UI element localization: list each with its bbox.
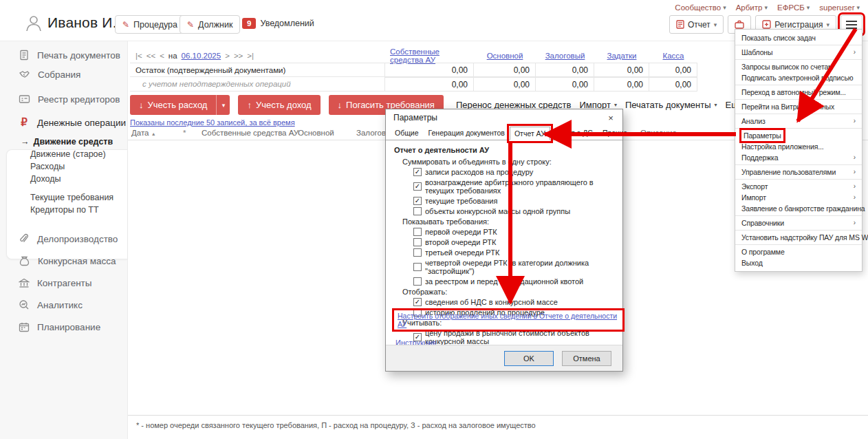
menu-item-exit[interactable]: Выход <box>735 257 862 268</box>
checkbox-unchecked[interactable] <box>413 248 422 257</box>
arbitr-link[interactable]: Арбитр▾ <box>736 3 768 12</box>
procedure-button[interactable]: ✎ Процедура <box>115 15 185 34</box>
checkbox-unchecked[interactable] <box>413 238 422 246</box>
report-button[interactable]: Отчет ▾ <box>669 15 724 34</box>
nav-prev10-button[interactable]: << <box>147 52 155 60</box>
efrsb-link[interactable]: ЕФРСБ▾ <box>777 3 810 12</box>
grid-column-main[interactable]: Основной <box>298 129 334 137</box>
nav-last-button[interactable]: >| <box>247 52 254 60</box>
checkbox-checked[interactable]: ✓ <box>413 168 422 176</box>
column-link-deposits[interactable]: Задатки <box>607 52 637 60</box>
sidebar-subitem-creditors-tt[interactable]: Кредиторы по ТТ <box>0 204 127 216</box>
nav-first-button[interactable]: |< <box>135 52 142 60</box>
checkbox-checked[interactable]: ✓ <box>413 197 422 205</box>
tab-ds-report[interactable]: Отчет о ДС <box>550 126 598 140</box>
menu-item-install-word-addin[interactable]: Установить надстройку ПАУ для MS Word <box>735 232 862 243</box>
menu-item-templates[interactable]: Шаблоны› <box>735 47 862 58</box>
menu-item-about[interactable]: О программе <box>735 246 862 257</box>
add-income-button[interactable]: ↑ Учесть доход <box>238 95 320 115</box>
user-icon <box>25 14 43 32</box>
sidebar-item-recordkeeping[interactable]: Делопроизводство <box>0 231 127 247</box>
menu-item-offline-mode[interactable]: Переход в автономный режим... <box>735 87 862 98</box>
sidebar-subitem-current-claims[interactable]: Текущие требования <box>0 191 127 204</box>
checkbox-unchecked[interactable] <box>413 263 422 271</box>
sidebar-item-counterparties[interactable]: Контрагенты <box>0 275 127 291</box>
submenu-arrow-icon: › <box>854 217 856 228</box>
grid-column-date[interactable]: Дата ▲ <box>131 129 156 137</box>
sidebar-item-bankruptcy-estate[interactable]: Конкурсная масса <box>0 253 127 269</box>
records-filter-link[interactable]: Показаны последние 50 записей, за всё вр… <box>130 118 295 127</box>
add-expense-button[interactable]: ↓ Учесть расход <box>130 95 216 115</box>
tab-general[interactable]: Общие <box>390 126 424 140</box>
notifications-button[interactable]: 9 Уведомлений <box>242 18 314 29</box>
menu-item-analysis[interactable]: Анализ› <box>735 116 862 127</box>
menu-item-export[interactable]: Экспорт› <box>735 181 862 192</box>
menu-separator <box>735 85 862 85</box>
checkbox-unchecked[interactable] <box>413 228 422 236</box>
close-icon[interactable]: × <box>599 109 622 126</box>
checkbox-checked[interactable]: ✓ <box>413 182 422 191</box>
sidebar-item-meetings[interactable]: Собрания <box>0 66 127 83</box>
chevron-down-icon: ▾ <box>222 102 226 109</box>
superuser-link[interactable]: superuser▾ <box>819 3 860 12</box>
menu-item-citizen-bankruptcy[interactable]: Заявление о банкротстве гражданина <box>735 203 862 214</box>
menu-item-import[interactable]: Импорт› <box>735 192 862 203</box>
cancel-button[interactable]: Отмена <box>562 351 611 366</box>
sidebar-subitem-movement-old[interactable]: Движение (старое) <box>0 148 127 160</box>
menu-item-app-settings[interactable]: Настройка приложения... <box>735 141 862 152</box>
checkbox-row: первой очереди РТК <box>413 228 614 236</box>
checkbox-checked[interactable]: ✓ <box>413 298 422 306</box>
menu-item-user-management[interactable]: Управление пользователями› <box>735 167 862 178</box>
checkbox-row: за реестром и перед ликвидационной квото… <box>413 277 614 286</box>
column-link-main[interactable]: Основной <box>487 52 523 60</box>
menu-separator <box>735 45 862 45</box>
print-documents-button[interactable]: Печатать документы▾ <box>625 100 717 110</box>
menu-item-parameters[interactable]: Параметры <box>735 130 862 141</box>
sidebar-item-planning[interactable]: Планирование <box>0 319 127 335</box>
menu-item-data-showcase[interactable]: Перейти на Витрину данных <box>735 101 862 112</box>
sidebar-subitem-expenses[interactable]: Расходы <box>0 160 127 173</box>
sidebar-subitem-funds-movement[interactable]: → Движение средств <box>0 136 127 148</box>
menu-separator <box>735 179 862 180</box>
column-link-pledge[interactable]: Залоговый <box>545 52 585 60</box>
grid-column-star[interactable]: * <box>183 129 186 137</box>
group-label: Отображать: <box>402 288 614 296</box>
menu-separator <box>735 114 862 114</box>
checkbox-unchecked[interactable] <box>413 277 422 286</box>
grid-column-own-funds[interactable]: Собственные средства АУ <box>202 129 299 137</box>
grid-column-description[interactable]: Описание <box>640 129 677 137</box>
column-link-cash[interactable]: Касса <box>663 52 684 60</box>
tab-other[interactable]: Прочие <box>598 126 632 140</box>
sidebar-item-print-documents[interactable]: Печать документов <box>0 47 127 63</box>
checkbox-row: ✓вознаграждение арбитражного управляющег… <box>413 178 614 195</box>
sidebar-item-analytics[interactable]: Аналитикс <box>0 297 127 313</box>
checkbox-label: текущие требования <box>425 197 497 205</box>
configure-other-info-link[interactable]: Настроить отображение иных сведений в От… <box>398 312 617 328</box>
tab-document-generation[interactable]: Генерация документов <box>424 126 510 140</box>
account-links: Сообщество▾ Арбитр▾ ЕФРСБ▾ superuser▾ <box>675 3 860 12</box>
sidebar-subitem-incomes[interactable]: Доходы <box>0 173 127 185</box>
sidebar-item-money-operations[interactable]: ₽ Денежные операции <box>0 114 127 131</box>
chevron-down-icon: ▾ <box>807 4 810 11</box>
nav-next-button[interactable]: > <box>225 52 230 60</box>
add-expense-dropdown[interactable]: ▾ <box>216 95 230 115</box>
debtor-button[interactable]: ✎ Должник <box>180 15 240 34</box>
ok-button[interactable]: OK <box>504 351 554 366</box>
menu-item-task-list[interactable]: Показать список задач <box>735 32 862 43</box>
menu-item-sign-electronically[interactable]: Подписать электронной подписью <box>735 72 862 83</box>
menu-item-statement-requests[interactable]: Запросы выписок по счетам <box>735 61 862 72</box>
column-link-own-funds[interactable]: Собственные средства АУ <box>390 47 468 64</box>
community-link[interactable]: Сообщество▾ <box>675 3 726 12</box>
nav-prev-button[interactable]: < <box>160 52 164 60</box>
nav-next10-button[interactable]: >> <box>234 52 243 60</box>
menu-item-support[interactable]: Поддержка› <box>735 152 862 163</box>
checkbox-row: второй очереди РТК <box>413 238 614 246</box>
sidebar-item-creditors-registry[interactable]: Реестр кредиторов <box>0 91 127 107</box>
nav-date-link[interactable]: 06.10.2025 <box>182 52 221 60</box>
tab-au-report[interactable]: Отчет АУ <box>510 127 550 140</box>
sidebar-item-label: Конкурсная масса <box>38 256 116 266</box>
checkbox-label: четвертой очереди РТК (в категории должн… <box>425 259 614 275</box>
balance-summary-table: |< << < на 06.10.2025 > >> >| Собственны… <box>130 48 697 92</box>
menu-item-directories[interactable]: Справочники› <box>735 217 862 228</box>
checkbox-unchecked[interactable] <box>413 207 422 215</box>
